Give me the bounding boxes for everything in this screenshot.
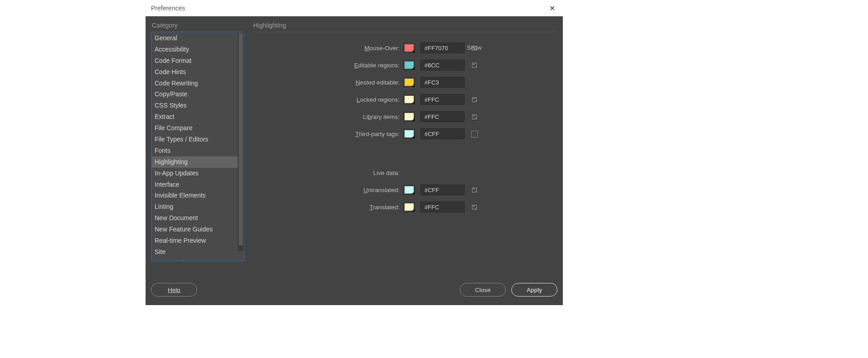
category-header: Category bbox=[151, 22, 251, 29]
locked-regions-color-input[interactable]: #FFC bbox=[420, 94, 465, 105]
category-item-linting[interactable]: Linting bbox=[152, 201, 243, 212]
third-party-tags-show-checkbox[interactable] bbox=[471, 131, 478, 137]
library-items-color-swatch[interactable] bbox=[403, 112, 415, 122]
category-scrollbar[interactable] bbox=[238, 32, 244, 251]
category-item-extract[interactable]: Extract bbox=[152, 111, 243, 122]
live-data-label: Live data: bbox=[253, 170, 403, 176]
translated-color-input[interactable]: #FFC bbox=[420, 202, 465, 212]
help-button[interactable]: Help bbox=[151, 283, 197, 297]
category-item-site[interactable]: Site bbox=[152, 246, 243, 258]
category-item-file-compare[interactable]: File Compare bbox=[152, 122, 243, 134]
library-items-label: Library items: bbox=[253, 113, 403, 120]
category-item-code-rewriting[interactable]: Code Rewriting bbox=[152, 78, 243, 89]
locked-regions-color-swatch[interactable] bbox=[403, 94, 415, 104]
category-item-highlighting[interactable]: Highlighting bbox=[152, 156, 243, 168]
nested-editable-label: Nested editable: bbox=[253, 79, 403, 86]
preferences-dialog: Preferences ✕ Category Highlighting Gene… bbox=[146, 0, 563, 305]
category-item-sync-settings[interactable]: Sync Settings bbox=[152, 258, 243, 261]
mouse-over-color-swatch[interactable] bbox=[403, 43, 415, 53]
untranslated-color-input[interactable]: #CFF bbox=[420, 184, 465, 195]
category-item-code-format[interactable]: Code Format bbox=[152, 55, 243, 66]
category-item-general[interactable]: General bbox=[152, 33, 243, 44]
row-mouse-over: Mouse-Over:#FF7070 bbox=[253, 42, 557, 54]
untranslated-label: Untranslated: bbox=[253, 187, 403, 193]
untranslated-show-checkbox[interactable] bbox=[471, 187, 478, 193]
category-item-in-app-updates[interactable]: In-App Updates bbox=[152, 168, 243, 179]
category-item-new-feature-guides[interactable]: New Feature Guides bbox=[152, 224, 243, 235]
library-items-color-input[interactable]: #FFC bbox=[420, 111, 465, 122]
dialog-footer: Help Close Apply bbox=[151, 280, 557, 300]
row-library-items: Library items:#FFC bbox=[253, 111, 557, 122]
third-party-tags-color-input[interactable]: #CFF bbox=[420, 128, 465, 139]
show-column-label: Show bbox=[467, 44, 482, 51]
category-item-interface[interactable]: Interface bbox=[152, 179, 243, 190]
category-item-accessibility[interactable]: Accessibility bbox=[152, 44, 243, 55]
category-item-invisible-elements[interactable]: Invisible Elements bbox=[152, 190, 243, 201]
titlebar: Preferences ✕ bbox=[146, 0, 563, 16]
close-icon[interactable]: ✕ bbox=[546, 2, 558, 14]
category-item-fonts[interactable]: Fonts bbox=[152, 145, 243, 156]
editable-regions-color-swatch[interactable] bbox=[403, 60, 415, 70]
category-item-real-time-preview[interactable]: Real-time Preview bbox=[152, 235, 243, 246]
translated-color-swatch[interactable] bbox=[403, 202, 415, 212]
apply-button[interactable]: Apply bbox=[511, 283, 557, 297]
window-title: Preferences bbox=[150, 5, 185, 12]
row-locked-regions: Locked regions:#FFC bbox=[253, 94, 557, 105]
row-third-party-tags: Third-party tags:#CFF bbox=[253, 128, 557, 140]
mouse-over-label: Mouse-Over: bbox=[253, 45, 403, 52]
editable-regions-color-input[interactable]: #6CC bbox=[420, 60, 465, 71]
highlighting-panel: Show Mouse-Over:#FF7070Editable regions:… bbox=[253, 32, 557, 261]
category-item-new-document[interactable]: New Document bbox=[152, 212, 243, 224]
category-item-file-types-editors[interactable]: File Types / Editors bbox=[152, 134, 243, 145]
category-listbox[interactable]: GeneralAccessibilityCode FormatCode Hint… bbox=[151, 32, 244, 261]
editable-regions-show-checkbox[interactable] bbox=[471, 62, 478, 69]
category-item-css-styles[interactable]: CSS Styles bbox=[152, 100, 243, 111]
panel-header: Highlighting bbox=[251, 22, 557, 29]
mouse-over-color-input[interactable]: #FF7070 bbox=[420, 42, 465, 53]
category-item-code-hints[interactable]: Code Hints bbox=[152, 66, 243, 78]
row-translated: Translated:#FFC bbox=[253, 201, 557, 213]
category-item-copy-paste[interactable]: Copy/Paste bbox=[152, 89, 243, 100]
locked-regions-show-checkbox[interactable] bbox=[471, 96, 478, 103]
row-nested-editable: Nested editable:#FC3 bbox=[253, 76, 557, 88]
locked-regions-label: Locked regions: bbox=[253, 96, 403, 103]
row-editable-regions: Editable regions:#6CC bbox=[253, 59, 557, 71]
translated-label: Translated: bbox=[253, 204, 403, 211]
third-party-tags-color-swatch[interactable] bbox=[403, 129, 415, 139]
nested-editable-color-input[interactable]: #FC3 bbox=[420, 77, 465, 88]
close-button[interactable]: Close bbox=[460, 283, 506, 297]
third-party-tags-label: Third-party tags: bbox=[253, 131, 403, 137]
nested-editable-color-swatch[interactable] bbox=[403, 77, 415, 87]
translated-show-checkbox[interactable] bbox=[471, 204, 478, 211]
scrollbar-thumb[interactable] bbox=[239, 33, 243, 245]
library-items-show-checkbox[interactable] bbox=[471, 113, 478, 120]
untranslated-color-swatch[interactable] bbox=[403, 185, 415, 195]
dialog-body: Category Highlighting GeneralAccessibili… bbox=[146, 16, 563, 305]
row-untranslated: Untranslated:#CFF bbox=[253, 184, 557, 196]
editable-regions-label: Editable regions: bbox=[253, 62, 403, 69]
